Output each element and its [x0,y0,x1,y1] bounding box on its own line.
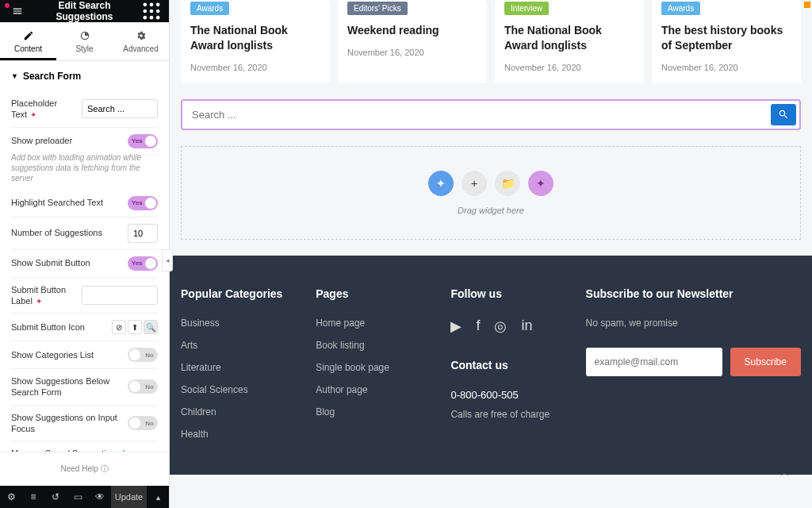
footer-link[interactable]: Literature [181,362,292,373]
search-input[interactable] [182,101,768,129]
icon-upload-button[interactable]: ⬆ [128,320,142,334]
placeholder-label: Placeholder Text✦ [11,98,82,121]
placeholder-input[interactable] [82,99,158,118]
post-tag[interactable]: Editors' Picks [347,2,408,15]
history-icon[interactable]: ↺ [44,486,67,508]
svg-point-7 [150,16,154,20]
navigator-icon[interactable]: ≡ [22,486,44,508]
collapse-sidebar-button[interactable]: ◂ [162,249,173,271]
footer-link[interactable]: Single book page [316,362,427,373]
preview-icon[interactable]: 👁 [89,486,111,508]
notification-dot [5,3,10,8]
post-tag[interactable]: Awards [190,2,229,15]
ai-icon[interactable]: ✦ [528,171,553,196]
show-cats-toggle[interactable]: No [128,348,158,362]
contact-note: Calls are free of charge [450,409,561,420]
svg-point-2 [156,3,160,7]
footer-link[interactable]: Children [181,406,292,418]
widgets-icon[interactable] [140,0,163,22]
tab-content[interactable]: Content [0,22,56,60]
footer-link[interactable]: Book listing [316,340,427,351]
show-submit-toggle[interactable]: Yes [128,256,158,271]
show-focus-toggle[interactable]: No [128,416,158,430]
youtube-icon[interactable]: ▶ [450,318,462,335]
need-help[interactable]: Need Help ⓘ [0,452,169,486]
newsletter-title: Subscribe to our Newsletter [586,287,801,300]
help-icon: ⓘ [101,464,109,473]
icon-none-button[interactable]: ⊘ [112,320,126,334]
drop-zone-text: Drag widget here [205,206,776,215]
status-dot [804,2,810,8]
update-button[interactable]: Update [111,486,147,508]
add-icon[interactable]: + [462,171,487,196]
preloader-toggle[interactable]: Yes [128,134,158,148]
folder-icon[interactable]: 📁 [495,171,520,196]
post-tag[interactable]: Awards [661,2,700,15]
newsletter-note: No spam, we promise [586,318,801,329]
show-submit-label: Show Submit Button [11,257,128,268]
svg-point-1 [150,3,154,7]
footer-link[interactable]: Health [181,429,292,440]
scroll-top-button[interactable]: ︿ [774,462,796,484]
newsletter-email-input[interactable] [586,348,722,376]
icon-library-button[interactable]: 🔍 [144,320,158,334]
svg-point-4 [150,10,154,13]
post-card[interactable]: InterviewThe National Book Award longlis… [495,0,644,83]
menu-icon[interactable] [6,6,29,17]
ai-spark-icon[interactable]: ✦ [30,110,36,119]
drop-zone[interactable]: ✦ + 📁 ✦ Drag widget here [181,146,801,240]
submit-icon-label: Submit Button Icon [11,321,112,333]
linkedin-icon[interactable]: in [521,318,532,335]
settings-icon[interactable]: ⚙ [0,486,22,508]
post-date: November 16, 2020 [661,63,791,72]
ai-spark-icon[interactable]: ✦ [36,297,42,306]
footer-link[interactable]: Social Sciences [181,384,292,395]
highlight-toggle[interactable]: Yes [128,196,158,210]
post-card[interactable]: Editors' PicksWeekend readingNovember 16… [338,0,487,83]
search-widget [181,99,801,130]
contact-phone: 0-800-600-505 [450,389,561,401]
footer-link[interactable]: Author page [316,384,427,395]
preloader-help: Add box with loading animation while sug… [11,152,158,183]
post-card[interactable]: AwardsThe best history books of Septembe… [652,0,801,83]
svg-point-8 [156,16,160,20]
show-focus-label: Show Suggestions on Input Focus [11,412,128,435]
facebook-icon[interactable]: f [476,318,480,335]
num-suggestions-label: Number of Suggestions [11,227,128,238]
post-title: The National Book Award longlists [504,23,634,53]
preloader-label: Show preloader [11,135,128,146]
footer-pages-title: Pages [316,287,427,300]
panel-title: Edit Search Suggestions [29,0,140,22]
post-title: Weekend reading [347,23,477,38]
svg-point-0 [144,3,147,7]
post-title: The National Book Award longlists [190,23,320,53]
subscribe-button[interactable]: Subscribe [730,348,801,376]
footer-cats-title: Popular Categories [181,287,292,300]
section-search-form[interactable]: ▼Search Form [11,61,158,91]
responsive-icon[interactable]: ▭ [67,486,89,508]
post-tag[interactable]: Interview [504,2,549,15]
post-card[interactable]: AwardsThe National Book Award longlistsN… [181,0,330,83]
post-date: November 16, 2020 [504,63,634,72]
submit-label-label: Submit Button Label✦ [11,284,82,307]
update-options-icon[interactable]: ▴ [147,493,169,502]
footer-contact-title: Contact us [450,359,561,371]
footer-link[interactable]: Business [181,318,292,329]
highlight-label: Highlight Searched Text [11,197,128,208]
submit-label-input[interactable] [82,286,158,305]
footer-link[interactable]: Home page [316,318,427,329]
search-submit-button[interactable] [771,104,796,125]
footer-link[interactable]: Blog [316,406,427,418]
magic-wand-icon[interactable]: ✦ [428,171,454,196]
tab-style[interactable]: Style [56,22,113,60]
svg-point-5 [156,10,160,13]
instagram-icon[interactable]: ◎ [494,318,507,335]
footer-link[interactable]: Arts [181,340,292,351]
post-date: November 16, 2020 [190,63,320,72]
show-below-toggle[interactable]: No [128,379,158,394]
caret-down-icon: ▼ [11,72,18,80]
svg-point-6 [144,16,147,20]
num-suggestions-input[interactable] [128,224,158,243]
tab-advanced[interactable]: Advanced [113,22,169,60]
svg-point-3 [144,10,147,13]
